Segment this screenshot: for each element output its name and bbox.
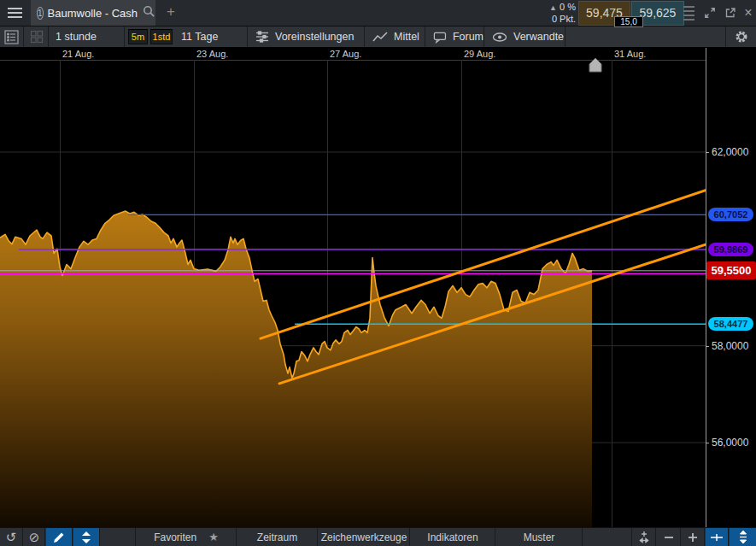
fit-vertical-button[interactable] — [730, 528, 756, 546]
maximize-button[interactable] — [701, 0, 718, 26]
price-level-pill: 59,9869 — [708, 243, 753, 256]
mittel-button[interactable]: Mittel — [366, 26, 425, 47]
muster-label: Muster — [524, 531, 555, 543]
chart-settings-button[interactable] — [727, 26, 756, 47]
instrument-tab[interactable]: 1 Baumwolle - Cash — [31, 0, 155, 26]
expand-arrows-icon — [704, 7, 716, 19]
chart-list-button[interactable] — [0, 26, 24, 47]
favoriten-button[interactable]: Favoriten ★ — [137, 528, 237, 546]
close-icon: × — [744, 5, 752, 21]
timeframe-label: 1 stunde — [50, 31, 97, 43]
disable-drawing-button[interactable]: ⊘ — [24, 528, 45, 546]
draw-mode-button[interactable] — [46, 528, 73, 546]
presets-button[interactable]: Voreinstellungen — [249, 26, 365, 47]
bottombar-spacer — [101, 528, 136, 546]
zoom-out-button[interactable] — [657, 528, 681, 546]
drag-handle[interactable] — [683, 5, 694, 21]
open-in-window-button[interactable] — [722, 0, 739, 26]
main-menu-button[interactable] — [0, 0, 30, 26]
fit-width-icon — [638, 531, 650, 543]
spread-value: 15,0 — [614, 16, 643, 27]
flip-chart-button[interactable] — [73, 528, 100, 546]
y-axis-label: 62,0000 — [712, 146, 748, 158]
presets-label: Voreinstellungen — [269, 31, 354, 43]
favoriten-label: Favoriten — [154, 531, 196, 543]
y-axis-tick — [706, 152, 709, 153]
chart-area[interactable]: 21 Aug.23 Aug.27 Aug.29 Aug.31 Aug. 62,0… — [0, 48, 756, 527]
tab-number-icon: 1 — [37, 7, 44, 20]
timeframe-display[interactable]: 1 stunde — [50, 26, 125, 47]
price-chart[interactable] — [0, 48, 706, 527]
zeitraum-label: Zeitraum — [257, 531, 297, 543]
verwandte-label: Verwandte — [507, 31, 564, 43]
indikatoren-button[interactable]: Indikatoren — [411, 528, 495, 546]
eye-icon — [492, 32, 507, 43]
price-change-block: ▲ 0 % 0 Pkt. — [506, 2, 576, 24]
zoom-in-button[interactable] — [682, 528, 705, 546]
sliders-icon — [255, 30, 269, 44]
current-price-tag: 59,5500 — [706, 261, 756, 279]
y-axis-label: 58,0000 — [712, 340, 748, 352]
timeframe-5m-button[interactable]: 5m — [128, 29, 148, 44]
muster-button[interactable]: Muster — [496, 528, 583, 546]
bottom-toolbar: ↺ ⊘ Favoriten ★ Zeitraum Zeichenwerkzeug… — [0, 527, 756, 546]
pencil-icon — [53, 531, 65, 543]
instrument-title: Baumwolle - Cash — [48, 7, 138, 20]
close-button[interactable]: × — [740, 0, 756, 26]
range-label: 11 Tage — [175, 31, 218, 43]
y-axis-tick — [706, 443, 709, 443]
zeichenwerkzeuge-label: Zeichenwerkzeuge — [321, 531, 407, 543]
timeframe-1std-button[interactable]: 1std — [150, 29, 173, 44]
search-icon[interactable] — [143, 5, 155, 21]
reset-chart-button[interactable]: ↺ — [0, 528, 23, 546]
title-bar: 1 Baumwolle - Cash + ▲ 0 % 0 Pkt. 59,475… — [0, 0, 756, 26]
toolbar-spacer — [566, 26, 726, 47]
external-link-icon — [724, 7, 736, 19]
list-box-icon — [4, 30, 19, 44]
change-percent: 0 % — [560, 2, 576, 12]
trading-platform-window: 1 Baumwolle - Cash + ▲ 0 % 0 Pkt. 59,475… — [0, 0, 756, 546]
price-axis[interactable]: 62,000058,000056,000060,705259,986959,55… — [706, 48, 756, 527]
range-display[interactable]: 11 Tage — [175, 26, 248, 47]
gear-icon — [735, 30, 748, 44]
bottombar-spacer2 — [583, 528, 632, 546]
crosshair-button[interactable] — [706, 528, 729, 546]
verwandte-button[interactable]: Verwandte — [485, 26, 566, 47]
up-triangle-icon: ▲ — [549, 3, 557, 12]
indikatoren-label: Indikatoren — [427, 531, 478, 543]
zeichenwerkzeuge-button[interactable]: Zeichenwerkzeuge — [319, 528, 410, 546]
y-axis-label: 56,0000 — [712, 437, 748, 449]
grid-icon — [30, 30, 44, 44]
speech-bubble-icon — [433, 31, 447, 44]
slash-circle-icon: ⊘ — [29, 531, 40, 543]
flip-vertical-icon — [81, 531, 91, 543]
fit-vertical-icon — [738, 531, 748, 543]
minus-icon — [664, 532, 674, 543]
new-tab-button[interactable]: + — [156, 0, 185, 26]
auto-fit-button[interactable] — [633, 528, 656, 546]
price-level-pill: 58,4477 — [708, 317, 753, 331]
price-level-pill: 60,7052 — [708, 208, 753, 221]
scroll-marker-icon[interactable] — [589, 58, 601, 72]
chart-toolbar: 1 stunde 5m 1std 11 Tage Voreinstellunge… — [0, 26, 756, 48]
crosshair-icon — [711, 532, 723, 543]
mittel-label: Mittel — [388, 31, 419, 43]
star-icon: ★ — [208, 531, 219, 543]
rotate-icon: ↺ — [6, 531, 17, 543]
y-axis-tick — [706, 346, 709, 347]
plus-icon — [688, 532, 698, 543]
forum-button[interactable]: Forum — [426, 26, 484, 47]
zeitraum-button[interactable]: Zeitraum — [237, 528, 318, 546]
forum-label: Forum — [447, 31, 483, 43]
line-chart-icon — [372, 31, 388, 43]
layout-grid-button[interactable] — [25, 26, 49, 47]
change-points: 0 Pkt. — [506, 14, 576, 25]
